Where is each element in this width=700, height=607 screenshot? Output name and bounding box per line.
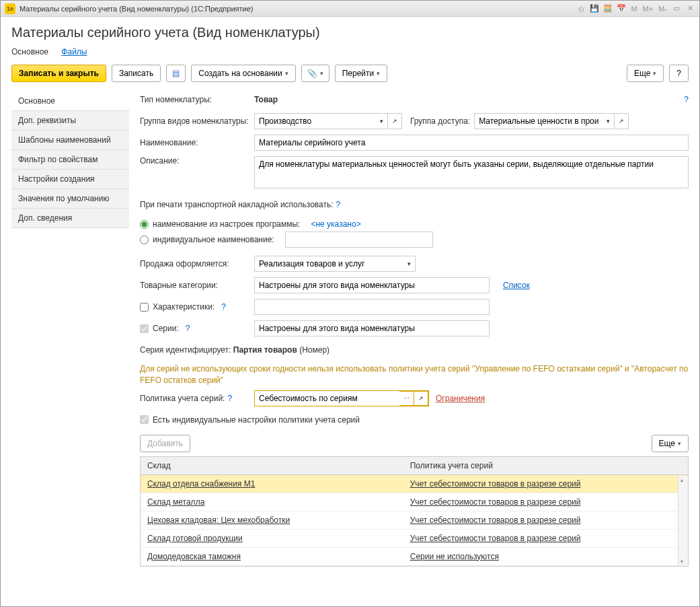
list-link[interactable]: Список [503,281,530,290]
calendar-icon[interactable]: 📅 [616,3,627,14]
cat-input[interactable] [254,277,490,293]
table-row[interactable]: Склад готовой продукции Учет себестоимос… [141,529,688,547]
policy-link[interactable]: Учет себестоимости товаров в разрезе сер… [410,534,581,543]
sidebar-item-defaults[interactable]: Значения по умолчанию [11,189,129,209]
app-icon: 1e [5,3,15,14]
dropdown-button[interactable]: ▾ [376,113,388,129]
content-area: Материалы серийного учета (Вид номенклат… [1,17,699,606]
not-set-link[interactable]: <не указано> [311,219,360,229]
policy-label: Политика учета серий: [140,394,225,403]
save-button[interactable]: Записать [112,65,161,82]
group-input[interactable] [254,113,376,129]
policy-link[interactable]: Серии не используются [410,552,499,561]
help-icon[interactable]: ? [221,302,226,312]
titlebar-controls: ⎙ 💾 🧮 📅 M M+ M- ▭ ✕ [576,3,695,14]
table-row[interactable]: Склад отдела снабжения М1 Учет себестоим… [141,474,688,493]
m-minus-button[interactable]: M- [657,5,668,13]
dropdown-button[interactable]: ▾ [403,256,416,272]
sale-label: Продажа оформляется: [140,259,254,269]
table-more-button[interactable]: Еще▾ [652,435,689,452]
warehouse-link[interactable]: Склад отдела снабжения М1 [147,479,255,489]
sidebar-item-filter[interactable]: Фильтр по свойствам [11,150,129,170]
open-button[interactable]: ↗ [414,391,428,406]
minimize-icon[interactable]: ▭ [671,3,682,14]
policy-link[interactable]: Учет себестоимости товаров в разрезе сер… [410,497,581,507]
help-button[interactable]: ? [669,65,689,82]
nav-files[interactable]: Файлы [61,47,87,57]
create-based-button[interactable]: Создать на основании▾ [191,65,296,82]
scrollbar[interactable] [678,476,688,566]
help-icon[interactable]: ? [227,394,232,403]
characteristics-label: Характеристики: [153,302,215,312]
sidebar-item-props[interactable]: Доп. реквизиты [11,111,129,131]
table-row[interactable]: Склад металла Учет себестоимости товаров… [141,493,688,511]
titlebar: 1e Материалы серийного учета (Вид номенк… [1,1,699,17]
sidebar-item-info[interactable]: Доп. сведения [11,209,129,228]
more-button[interactable]: Еще▾ [627,65,664,82]
help-icon[interactable]: ? [684,95,689,104]
radio-individual[interactable] [140,236,149,244]
series-ident-suffix: (Номер) [299,345,329,355]
open-button[interactable]: ↗ [388,113,402,129]
help-icon[interactable]: ? [336,200,341,209]
characteristics-input[interactable] [254,299,490,315]
ellipsis-button[interactable]: ⋯ [399,391,414,406]
col-warehouse[interactable]: Склад [141,457,403,475]
radio-from-settings-label: наименование из настроек программы: [153,219,300,229]
page-title: Материалы серийного учета (Вид номенклат… [11,25,689,40]
policy-link[interactable]: Учет себестоимости товаров в разрезе сер… [410,515,581,525]
radio-from-settings[interactable] [140,220,149,229]
open-button[interactable]: ↗ [615,113,629,129]
indiv-settings-label: Есть индивидуальные настройки политики у… [153,415,360,425]
warehouse-link[interactable]: Склад металла [147,497,204,507]
window-title: Материалы серийного учета (Вид номенклат… [20,5,576,13]
type-value: Товар [254,95,278,104]
series-ident-value: Партия товаров [233,345,297,355]
policy-input[interactable] [255,391,399,406]
nav-links: Основное Файлы [11,47,689,57]
name-input[interactable] [254,135,689,151]
name-label: Наименование: [140,138,254,147]
m-plus-button[interactable]: M+ [641,5,655,13]
m-button[interactable]: M [629,5,638,13]
desc-textarea[interactable]: Для номенклатуры материальных ценностей … [254,156,689,188]
dropdown-button[interactable]: ▾ [602,113,615,129]
restrictions-link[interactable]: Ограничения [436,394,485,403]
print-icon[interactable]: ⎙ [576,3,586,14]
table-row[interactable]: Цеховая кладовая: Цех мехобработки Учет … [141,511,688,529]
series-input[interactable] [254,320,490,336]
print-label: При печати транспортной накладной исполь… [140,200,334,209]
close-icon[interactable]: ✕ [685,3,695,14]
sidebar-item-main[interactable]: Основное [11,92,129,111]
sale-input[interactable] [254,256,403,272]
table-wrap: Склад Политика учета серий Склад отдела … [140,456,689,567]
list-icon-button[interactable]: ▤ [166,65,186,82]
add-button: Добавить [140,435,190,452]
form-area: Тип номенклатуры: Товар ? Группа видов н… [129,92,689,567]
calc-icon[interactable]: 🧮 [602,3,613,14]
access-input[interactable] [474,113,602,129]
save-close-button[interactable]: Записать и закрыть [11,65,106,82]
table-row[interactable]: Домодедовская таможня Серии не использую… [141,547,688,565]
col-policy[interactable]: Политика учета серий [403,457,688,475]
characteristics-checkbox[interactable] [140,303,149,312]
attach-button[interactable]: 📎▾ [301,65,329,82]
warehouse-link[interactable]: Склад готовой продукции [147,534,243,543]
help-icon[interactable]: ? [186,324,190,333]
side-nav: Основное Доп. реквизиты Шаблоны наименов… [11,92,129,567]
series-label: Серии: [153,324,179,333]
save-icon[interactable]: 💾 [589,3,600,14]
list-icon: ▤ [172,69,180,78]
sidebar-item-templates[interactable]: Шаблоны наименований [11,131,129,150]
policy-link[interactable]: Учет себестоимости товаров в разрезе сер… [410,479,581,489]
sidebar-item-create-settings[interactable]: Настройки создания [11,170,129,189]
indiv-settings-checkbox [140,415,149,424]
warehouse-link[interactable]: Домодедовская таможня [147,552,241,561]
series-ident-label: Серия идентифицирует: [140,345,231,355]
chevron-down-icon: ▾ [653,70,656,77]
toolbar: Записать и закрыть Записать ▤ Создать на… [11,65,689,82]
individual-name-input[interactable] [285,231,433,248]
warehouse-link[interactable]: Цеховая кладовая: Цех мехобработки [147,515,290,525]
goto-button[interactable]: Перейти▾ [335,65,388,82]
nav-main[interactable]: Основное [11,47,48,57]
